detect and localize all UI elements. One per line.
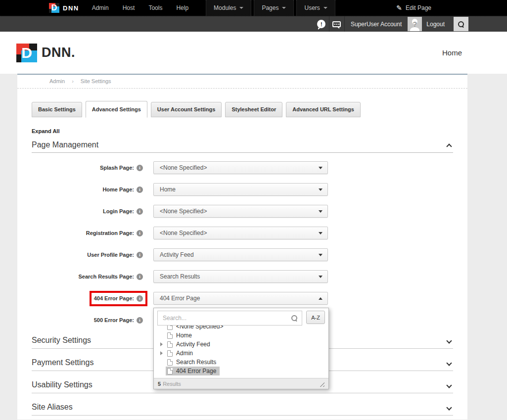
tab-stylesheet-editor[interactable]: Stylesheet Editor [225,102,282,117]
page-management-section: Page Management Splash Page: <None Speci… [32,140,453,327]
page-management-header[interactable]: Page Management [32,140,453,153]
results-label: Results [163,381,181,387]
splash-page-combobox[interactable]: <None Specified> [153,161,328,174]
breadcrumb-site-settings: Site Settings [81,78,111,84]
tree-item-label: 404 Error Page [176,368,216,374]
dropdown-pages-label: Pages [262,4,278,11]
info-icon[interactable] [137,274,143,280]
info-icon[interactable] [137,230,143,236]
tab-advanced-settings[interactable]: Advanced Settings [86,101,147,118]
breadcrumb: Admin › Site Settings [17,75,467,89]
breadcrumb-separator: › [72,78,74,84]
chevron-down-icon [446,360,452,366]
logout-link[interactable]: Logout [426,21,445,28]
section-title: Payment Settings [32,358,93,367]
expand-arrow-icon[interactable] [160,351,163,355]
chevron-down-icon [239,7,243,9]
search-results-page-combobox[interactable]: Search Results [153,270,328,283]
field-row-user-profile-page: User Profile Page: Activity Feed [32,248,453,261]
tree-item-label: Admin [176,350,193,357]
field-row-home-page: Home Page: Home [32,183,453,196]
page-icon [167,368,173,374]
dropdown-users[interactable]: Users [296,0,335,16]
info-icon[interactable] [137,187,143,193]
chevron-down-icon [319,254,323,256]
dropdown-pages[interactable]: Pages [254,0,294,16]
brand-wordmark: DNN. [42,45,75,60]
tab-advanced-url-settings[interactable]: Advanced URL Settings [286,102,361,117]
info-icon[interactable] [137,252,143,258]
chevron-down-icon [319,167,323,169]
chevron-down-icon [446,382,452,388]
selected-tree-item: 404 Error Page [166,367,220,375]
nav-link-home[interactable]: Home [442,48,462,57]
combobox-value: Search Results [160,273,319,280]
tree-item-label: Search Results [176,359,216,366]
section-title: Security Settings [32,336,91,345]
dropdown-users-label: Users [304,4,320,11]
dnn-mini-logo[interactable]: D DNN [49,0,79,16]
control-bar-menu: Admin Host Tools Help [85,0,195,16]
field-row-splash-page: Splash Page: <None Specified> [32,161,453,174]
info-icon[interactable] [137,208,143,215]
field-row-search-results-page: Search Results Page: Search Results [32,270,453,283]
alert-icon: ! [317,20,325,28]
page-picker-dropdown-panel: A-Z <None Specified> Home [153,308,329,389]
menu-item-host[interactable]: Host [116,4,142,11]
page-search-input[interactable] [157,311,302,326]
home-page-combobox[interactable]: Home [153,183,328,196]
tree-item-404-error-page[interactable]: 404 Error Page [157,367,326,375]
avatar[interactable]: ? [408,17,422,31]
dnn-logo[interactable]: D DNN. [16,44,75,62]
tab-user-account-settings[interactable]: User Account Settings [151,102,222,117]
control-bar: D DNN Admin Host Tools Help Modules Page… [0,0,507,16]
page-picker-search-row: A-Z [154,308,328,326]
tree-item-home[interactable]: Home [157,331,326,340]
login-page-combobox[interactable]: <None Specified> [153,205,328,218]
divider [344,16,345,32]
tree-item-admin[interactable]: Admin [157,349,326,358]
menu-item-help[interactable]: Help [169,4,195,11]
chevron-up-icon [446,143,452,149]
notifications-button[interactable]: ! [314,16,329,32]
page-icon [167,341,173,348]
combobox-value: <None Specified> [160,164,319,171]
brand-wordmark: DNN [63,4,79,12]
expand-all-link[interactable]: Expand All [32,128,467,134]
field-label: Login Page: [103,208,134,214]
annotation-highlight-box: 404 Error Page: [90,291,147,306]
chevron-down-icon [446,338,452,343]
registration-page-combobox[interactable]: <None Specified> [153,227,328,239]
page-icon [167,332,173,339]
menu-item-tools[interactable]: Tools [141,4,169,11]
settings-tabs: Basic Settings Advanced Settings User Ac… [32,101,467,117]
messages-button[interactable] [329,16,344,32]
info-icon[interactable] [137,165,143,171]
combobox-value: <None Specified> [160,208,319,215]
tree-item-activity-feed[interactable]: Activity Feed [157,340,326,349]
field-label: Search Results Page: [79,274,135,280]
breadcrumb-admin[interactable]: Admin [49,78,65,84]
user-profile-page-combobox[interactable]: Activity Feed [153,248,328,261]
expand-arrow-icon[interactable] [160,342,163,346]
combobox-value: Home [160,186,319,193]
info-icon[interactable] [137,295,143,302]
user-bar: ! SuperUser Account ? Logout [0,16,507,32]
tab-basic-settings[interactable]: Basic Settings [32,102,82,117]
edit-page-button[interactable]: ✎ Edit Page [396,0,431,16]
resize-handle[interactable] [318,380,324,387]
menu-item-admin[interactable]: Admin [85,4,116,11]
field-label: Splash Page: [100,165,134,171]
superuser-account-link[interactable]: SuperUser Account [351,21,402,28]
site-aliases-header[interactable]: Site Aliases [32,403,453,416]
dropdown-modules[interactable]: Modules [206,0,251,16]
tree-item-search-results[interactable]: Search Results [157,358,326,367]
search-button[interactable] [454,17,468,31]
field-row-registration-page: Registration Page: <None Specified> [32,227,453,239]
site-header: D DNN. Home [0,32,507,74]
info-icon[interactable] [137,317,143,324]
sort-az-button[interactable]: A-Z [306,311,325,324]
error-404-page-combobox[interactable]: 404 Error Page [153,292,328,305]
field-label: 500 Error Page: [94,317,134,323]
results-count: 5 [158,381,161,387]
